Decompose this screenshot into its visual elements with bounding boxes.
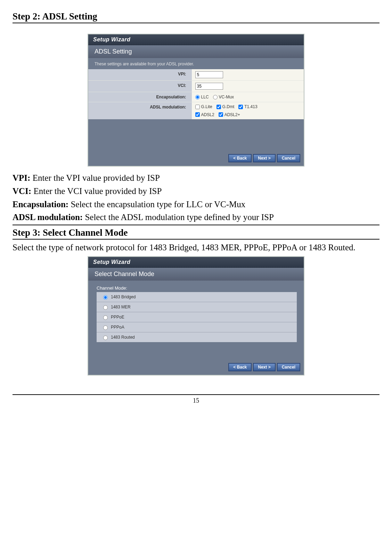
channel-mode-routed[interactable]: 1483 Routed (97, 332, 297, 342)
mod-t1413-checkbox[interactable] (238, 105, 243, 109)
channel-pppoa-label: PPPoA (111, 325, 124, 330)
next-button[interactable]: Next > (253, 154, 275, 162)
wizard-footer: < Back Next > Cancel (88, 119, 304, 166)
channel-mode-pppoe[interactable]: PPPoE (97, 312, 297, 322)
vpi-input[interactable] (195, 71, 223, 78)
vci-input[interactable] (195, 83, 223, 90)
encapsulation-description: Encapsulation: Select the encapsulation … (13, 199, 379, 210)
mod-glite-label: G.Lite (201, 104, 212, 109)
setup-wizard-adsl: Setup Wizard ADSL Setting These settings… (88, 34, 304, 167)
mod-gdmt-option[interactable]: G.Dmt (217, 104, 235, 109)
row-modulation: ADSL modulation: G.Lite G.Dmt T1.413 (88, 102, 304, 119)
wizard-footer-2: < Back Next > Cancel (88, 342, 304, 375)
channel-pppoa-radio[interactable] (103, 325, 108, 330)
vci-label: VCI: (88, 81, 192, 92)
vci-desc-t: Enter the VCI value provided by ISP (31, 186, 162, 196)
wizard-titlebar-2: Setup Wizard (88, 257, 304, 268)
channel-mer-radio[interactable] (103, 305, 108, 310)
mod-desc-b: ADSL modulation: (13, 212, 83, 222)
mod-adsl2p-checkbox[interactable] (219, 112, 223, 117)
panel-title: ADSL Setting (88, 45, 304, 58)
wizard-titlebar: Setup Wizard (88, 34, 304, 45)
channel-mer-label: 1483 MER (111, 305, 131, 309)
step2-heading: Step 2: ADSL Setting (13, 11, 379, 22)
mod-adsl2p-label: ADSL2+ (224, 112, 240, 117)
vpi-desc-t: Enter the VPI value provided by ISP (30, 173, 160, 183)
channel-mode-panel: Channel Mode: 1483 Bridged 1483 MER PPPo… (88, 281, 304, 342)
encapsulation-label: Encapsulation: (88, 92, 192, 102)
panel-note: These settings are available from your A… (88, 58, 304, 69)
vci-description: VCI: Enter the VCI value provided by ISP (13, 185, 379, 197)
wizard2-container: Setup Wizard Select Channel Mode Channel… (13, 255, 379, 380)
enc-desc-b: Encapsulation: (13, 200, 68, 209)
row-encapsulation: Encapsulation: LLC VC-Mux (88, 92, 304, 102)
cancel-button[interactable]: Cancel (277, 154, 300, 162)
channel-bridged-label: 1483 Bridged (111, 294, 136, 299)
encapsulation-llc-label: LLC (201, 95, 209, 99)
encapsulation-vcmux-radio[interactable] (213, 95, 218, 99)
channel-bridged-radio[interactable] (103, 295, 108, 300)
row-vpi: VPI: (88, 69, 304, 80)
channel-routed-radio[interactable] (103, 336, 108, 340)
mod-glite-option[interactable]: G.Lite (195, 104, 212, 109)
channel-mode-pppoa[interactable]: PPPoA (97, 322, 297, 332)
modulation-description: ADSL modulation: Select the ADSL modulat… (13, 211, 379, 223)
vpi-desc-b: VPI: (13, 173, 30, 183)
step3-heading: Step 3: Select Channel Mode (13, 227, 379, 238)
back-button[interactable]: < Back (228, 154, 252, 162)
enc-desc-t: Select the encapsulation type for LLC or… (68, 200, 245, 209)
channel-routed-label: 1483 Routed (111, 335, 135, 340)
mod-adsl2-label: ADSL2 (201, 112, 214, 117)
wizard1-container: Setup Wizard ADSL Setting These settings… (13, 25, 379, 171)
mod-gdmt-label: G.Dmt (222, 104, 235, 109)
settings-table: VPI: VCI: Encapsulation: LLC (88, 69, 304, 119)
mod-t1413-option[interactable]: T1.413 (238, 104, 257, 109)
mod-gdmt-checkbox[interactable] (217, 105, 221, 109)
mod-glite-checkbox[interactable] (195, 105, 200, 109)
mod-desc-t: Select the ADSL modulation type defined … (83, 212, 274, 222)
page-footer: 15 (13, 380, 379, 404)
modulation-label: ADSL modulation: (88, 102, 192, 119)
row-vci: VCI: (88, 80, 304, 92)
footer-rule (13, 394, 379, 395)
channel-mode-mer[interactable]: 1483 MER (97, 302, 297, 312)
vpi-description: VPI: Enter the VPI value provided by ISP (13, 172, 379, 184)
channel-pppoe-label: PPPoE (111, 315, 124, 320)
next-button-2[interactable]: Next > (253, 363, 275, 371)
channel-mode-bridged[interactable]: 1483 Bridged (97, 292, 297, 302)
encapsulation-vcmux-option[interactable]: VC-Mux (213, 95, 234, 99)
vci-desc-b: VCI: (13, 186, 31, 196)
panel-title-2: Select Channel Mode (88, 268, 304, 281)
cancel-button-2[interactable]: Cancel (277, 363, 300, 371)
encapsulation-llc-radio[interactable] (195, 95, 200, 99)
page-number: 15 (193, 397, 199, 404)
encapsulation-vcmux-label: VC-Mux (219, 95, 234, 99)
vpi-label: VPI: (88, 69, 192, 80)
step3-intro: Select the type of network protocol for … (13, 242, 379, 253)
section-rule-2 (13, 225, 379, 225)
mod-adsl2p-option[interactable]: ADSL2+ (219, 112, 240, 117)
encapsulation-llc-option[interactable]: LLC (195, 95, 209, 99)
section-rule-3 (13, 239, 379, 240)
mod-adsl2-option[interactable]: ADSL2 (195, 112, 214, 117)
back-button-2[interactable]: < Back (228, 363, 252, 371)
mod-adsl2-checkbox[interactable] (195, 112, 200, 117)
setup-wizard-channel: Setup Wizard Select Channel Mode Channel… (88, 256, 304, 376)
channel-mode-label: Channel Mode: (97, 285, 297, 292)
channel-pppoe-radio[interactable] (103, 315, 108, 320)
section-rule (13, 23, 379, 23)
mod-t1413-label: T1.413 (244, 104, 257, 109)
